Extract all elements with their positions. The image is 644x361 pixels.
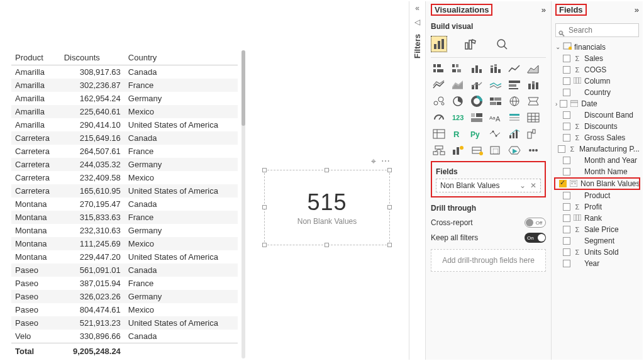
cross-report-toggle[interactable]: Off bbox=[525, 218, 546, 228]
viz-type-14[interactable] bbox=[469, 94, 485, 108]
table-row[interactable]: Carretera264,507.61France bbox=[11, 145, 238, 158]
card-visual[interactable]: ⌖ ⋯ 515 Non Blank Values bbox=[264, 170, 390, 245]
table-row[interactable]: Montana111,245.69Mexico bbox=[11, 237, 238, 250]
table-row[interactable]: Montana270,195.47Canada bbox=[11, 197, 238, 211]
field-units-sold[interactable]: ΣUnits Sold bbox=[555, 247, 639, 258]
table-row[interactable]: Montana232,310.63Germany bbox=[11, 224, 238, 237]
viz-type-31[interactable] bbox=[450, 143, 466, 157]
field-discount-band[interactable]: Discount Band bbox=[555, 109, 639, 121]
viz-type-23[interactable] bbox=[525, 111, 541, 125]
chevron-down-icon[interactable]: ⌄ bbox=[519, 181, 526, 190]
field-checkbox[interactable] bbox=[563, 55, 570, 62]
field-sale-price[interactable]: ΣSale Price bbox=[555, 224, 639, 235]
viz-type-12[interactable] bbox=[431, 94, 447, 108]
viz-type-33[interactable]: ⬚ bbox=[487, 143, 504, 157]
table-row[interactable]: Carretera232,409.58Mexico bbox=[11, 171, 238, 184]
viz-type-16[interactable] bbox=[506, 94, 523, 108]
viz-type-32[interactable] bbox=[469, 143, 485, 157]
viz-type-5[interactable] bbox=[525, 62, 541, 75]
table-row[interactable]: Amarilla308,917.63Canada bbox=[11, 65, 238, 79]
table-row[interactable]: Carretera244,035.32Germany bbox=[11, 158, 238, 171]
field-checkbox[interactable] bbox=[563, 248, 570, 256]
collapse-viz-icon[interactable]: » bbox=[541, 5, 546, 14]
column-header[interactable]: Country bbox=[125, 50, 238, 65]
table-row[interactable]: Carretera215,649.16Canada bbox=[11, 131, 238, 145]
field-column[interactable]: Column bbox=[555, 75, 639, 87]
viz-type-4[interactable] bbox=[506, 62, 523, 75]
viz-type-28[interactable] bbox=[506, 127, 523, 141]
table-row[interactable]: Paseo326,023.26Germany bbox=[11, 290, 238, 303]
field-month-and-year[interactable]: Month and Year bbox=[555, 155, 639, 166]
viz-type-29[interactable] bbox=[525, 127, 541, 141]
field-checkbox[interactable] bbox=[563, 192, 570, 199]
expand-filters-icon[interactable]: « bbox=[409, 1, 425, 15]
field-well-item[interactable]: Non Blank Values ⌄ ✕ bbox=[436, 179, 541, 192]
field-checkbox[interactable] bbox=[559, 180, 567, 187]
table-scrollbar[interactable] bbox=[242, 50, 245, 358]
table-row[interactable]: Amarilla302,236.87France bbox=[11, 79, 238, 92]
field-checkbox[interactable] bbox=[563, 123, 570, 130]
field-checkbox[interactable] bbox=[563, 203, 570, 211]
viz-type-26[interactable]: Py bbox=[469, 127, 485, 141]
viz-type-15[interactable] bbox=[487, 94, 504, 108]
table-row[interactable]: Carretera165,610.95United States of Amer… bbox=[11, 184, 238, 197]
field-profit[interactable]: ΣProfit bbox=[555, 201, 639, 213]
field-year[interactable]: Year bbox=[555, 258, 639, 269]
field-country[interactable]: Country bbox=[555, 87, 639, 98]
table-row[interactable]: Amarilla162,954.24Germany bbox=[11, 92, 238, 105]
viz-type-27[interactable] bbox=[487, 127, 504, 141]
field-checkbox[interactable] bbox=[558, 145, 565, 153]
field-checkbox[interactable] bbox=[563, 89, 570, 96]
field-month-name[interactable]: Month Name bbox=[555, 166, 639, 177]
viz-type-17[interactable] bbox=[525, 94, 541, 108]
field-checkbox[interactable] bbox=[563, 226, 570, 233]
format-tab-icon[interactable] bbox=[462, 36, 479, 52]
viz-type-8[interactable] bbox=[469, 78, 485, 92]
filter-funnel-icon[interactable]: ⌖ bbox=[371, 156, 376, 167]
field-checkbox[interactable] bbox=[563, 214, 570, 222]
table-visual[interactable]: ProductDiscountsCountry Amarilla308,917.… bbox=[11, 50, 238, 358]
search-input[interactable] bbox=[555, 23, 639, 37]
viz-type-35[interactable] bbox=[525, 143, 541, 157]
table-row[interactable]: Paseo804,474.61Mexico bbox=[11, 303, 238, 316]
field-checkbox[interactable] bbox=[563, 66, 570, 74]
viz-type-24[interactable] bbox=[431, 127, 447, 141]
field-discounts[interactable]: ΣDiscounts bbox=[555, 121, 639, 132]
table-node[interactable]: ⌄ financials bbox=[555, 41, 639, 53]
viz-type-1[interactable] bbox=[450, 62, 466, 75]
filters-pane-collapsed[interactable]: « ◁ Filters bbox=[409, 1, 425, 360]
viz-type-6[interactable] bbox=[431, 78, 447, 92]
table-row[interactable]: Velo330,896.66Canada bbox=[11, 330, 238, 343]
table-row[interactable]: Montana315,833.63France bbox=[11, 211, 238, 224]
collapse-fields-icon[interactable]: » bbox=[635, 5, 639, 14]
field-checkbox[interactable] bbox=[563, 237, 570, 245]
viz-type-0[interactable] bbox=[431, 62, 447, 75]
field-checkbox[interactable] bbox=[560, 100, 567, 108]
viz-type-3[interactable] bbox=[487, 62, 504, 75]
field-checkbox[interactable] bbox=[563, 111, 570, 119]
viz-type-9[interactable] bbox=[487, 78, 504, 92]
viz-type-19[interactable]: 123 bbox=[450, 111, 466, 125]
field-non-blank-values[interactable]: Non Blank Values bbox=[554, 177, 640, 190]
viz-type-13[interactable] bbox=[450, 94, 466, 108]
field-rank[interactable]: Rank bbox=[555, 213, 639, 224]
viz-type-10[interactable] bbox=[506, 78, 523, 92]
remove-field-icon[interactable]: ✕ bbox=[530, 181, 536, 190]
field-checkbox[interactable] bbox=[563, 168, 570, 175]
field-date[interactable]: ›Date bbox=[555, 98, 639, 109]
analytics-tab-icon[interactable] bbox=[494, 36, 510, 52]
viz-type-11[interactable] bbox=[525, 78, 541, 92]
field-checkbox[interactable] bbox=[563, 157, 570, 164]
field-checkbox[interactable] bbox=[563, 77, 570, 85]
scroll-thumb[interactable] bbox=[242, 50, 245, 126]
table-row[interactable]: Paseo521,913.23United States of America bbox=[11, 316, 238, 330]
column-header[interactable]: Discounts bbox=[60, 50, 125, 65]
field-product[interactable]: Product bbox=[555, 190, 639, 201]
table-row[interactable]: Paseo387,015.94France bbox=[11, 277, 238, 290]
report-canvas[interactable]: ProductDiscountsCountry Amarilla308,917.… bbox=[0, 0, 409, 361]
table-row[interactable]: Montana229,447.20United States of Americ… bbox=[11, 250, 238, 264]
field-checkbox[interactable] bbox=[563, 260, 570, 267]
viz-type-22[interactable] bbox=[506, 111, 523, 125]
viz-type-34[interactable]: ▶ bbox=[506, 143, 523, 157]
viz-type-7[interactable] bbox=[450, 78, 466, 92]
